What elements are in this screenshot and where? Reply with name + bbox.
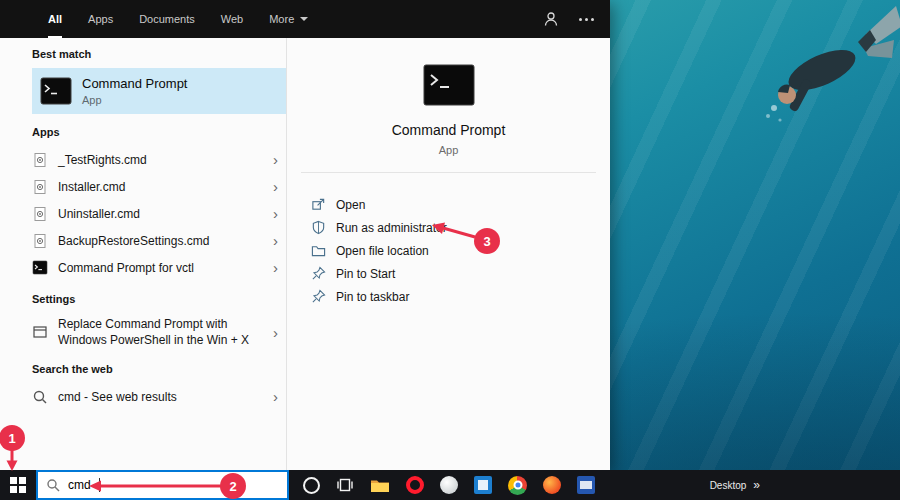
result-replace-cmd-powershell[interactable]: Replace Command Prompt with Windows Powe… xyxy=(32,313,286,351)
blue-window-app-icon[interactable] xyxy=(474,476,492,494)
search-icon xyxy=(46,478,60,492)
chevron-down-icon xyxy=(300,17,308,21)
tab-documents[interactable]: Documents xyxy=(139,0,195,38)
result-label: Command Prompt for vctl xyxy=(58,261,194,275)
best-match-text: Command Prompt App xyxy=(82,76,187,106)
best-match-result[interactable]: Command Prompt App xyxy=(32,68,286,114)
search-query-text: cmd xyxy=(68,478,91,492)
preview-pane: Command Prompt App Open xyxy=(286,38,610,470)
pin-icon xyxy=(311,289,326,304)
chevron-right-icon[interactable] xyxy=(273,152,278,167)
taskbar-app-icons xyxy=(303,476,595,495)
chevron-right-icon[interactable] xyxy=(273,206,278,221)
result-label: Replace Command Prompt with Windows Powe… xyxy=(58,316,256,348)
cmd-file-icon xyxy=(32,179,48,195)
action-run-as-administrator[interactable]: Run as administrator xyxy=(311,216,610,239)
opera-icon[interactable] xyxy=(406,476,424,494)
window-settings-icon xyxy=(32,324,48,340)
search-bar-actions xyxy=(543,0,610,38)
tab-more-label: More xyxy=(269,13,294,25)
pin-icon xyxy=(311,266,326,281)
tab-apps[interactable]: Apps xyxy=(88,0,113,38)
best-match-title: Command Prompt xyxy=(82,76,187,91)
taskbar-search-input[interactable]: cmd xyxy=(36,470,289,500)
windows-logo-icon xyxy=(10,477,26,493)
diver-figure xyxy=(670,0,900,175)
blue-app-icon[interactable] xyxy=(577,476,595,494)
tab-more[interactable]: More xyxy=(269,0,308,38)
command-prompt-icon xyxy=(32,260,48,275)
action-label: Pin to taskbar xyxy=(336,290,409,304)
result-command-prompt-vctl[interactable]: Command Prompt for vctl xyxy=(32,254,286,281)
folder-location-icon xyxy=(311,243,326,258)
cmd-file-icon xyxy=(32,233,48,249)
action-label: Open file location xyxy=(336,244,429,258)
search-content: Best match Command Prompt App Apps xyxy=(0,38,610,470)
action-open[interactable]: Open xyxy=(311,193,610,216)
result-label: Installer.cmd xyxy=(58,180,125,194)
tab-all[interactable]: All xyxy=(48,0,62,38)
result-uninstaller-cmd[interactable]: Uninstaller.cmd xyxy=(32,200,286,227)
screen: All Apps Documents Web More Best match xyxy=(0,0,900,500)
action-label: Pin to Start xyxy=(336,267,395,281)
result-backuprestoresettings-cmd[interactable]: BackupRestoreSettings.cmd xyxy=(32,227,286,254)
tab-web[interactable]: Web xyxy=(221,0,243,38)
result-label: BackupRestoreSettings.cmd xyxy=(58,234,209,248)
admin-shield-icon xyxy=(311,220,326,235)
orange-app-icon[interactable] xyxy=(543,476,561,494)
ellipsis-icon[interactable] xyxy=(579,18,594,21)
file-explorer-icon[interactable] xyxy=(370,477,390,493)
desktop-label: Desktop xyxy=(710,480,747,491)
section-header-settings: Settings xyxy=(32,289,286,313)
action-label: Run as administrator xyxy=(336,221,447,235)
action-pin-to-taskbar[interactable]: Pin to taskbar xyxy=(311,285,610,308)
result-installer-cmd[interactable]: Installer.cmd xyxy=(32,173,286,200)
light-app-icon[interactable] xyxy=(440,476,458,494)
section-header-apps: Apps xyxy=(32,122,286,146)
section-header-search-web: Search the web xyxy=(32,359,286,383)
chrome-icon[interactable] xyxy=(508,476,527,495)
cmd-file-icon xyxy=(32,206,48,222)
result-label: _TestRights.cmd xyxy=(58,153,147,167)
open-icon xyxy=(311,197,326,212)
preview-actions: Open Run as administrator Open fi xyxy=(287,193,610,308)
desktop-peek[interactable]: Desktop xyxy=(710,478,760,492)
search-icon xyxy=(32,389,48,405)
start-search-flyout: All Apps Documents Web More Best match xyxy=(0,0,610,470)
command-prompt-icon-large xyxy=(423,64,475,106)
action-label: Open xyxy=(336,198,365,212)
chevron-double-right-icon xyxy=(753,478,760,492)
preview-divider xyxy=(301,172,596,173)
chevron-right-icon[interactable] xyxy=(273,179,278,194)
result-label: cmd - See web results xyxy=(58,390,177,404)
chevron-right-icon[interactable] xyxy=(273,325,278,340)
text-cursor xyxy=(99,478,100,492)
search-filter-bar: All Apps Documents Web More xyxy=(0,0,610,38)
result-testrights-cmd[interactable]: _TestRights.cmd xyxy=(32,146,286,173)
account-icon[interactable] xyxy=(543,11,559,27)
preview-subtitle: App xyxy=(439,144,459,156)
preview-title: Command Prompt xyxy=(392,122,506,138)
start-button[interactable] xyxy=(0,470,36,500)
search-results-list: Best match Command Prompt App Apps xyxy=(0,38,286,470)
result-cmd-web-search[interactable]: cmd - See web results xyxy=(32,383,286,410)
chevron-right-icon[interactable] xyxy=(273,389,278,404)
taskbar: cmd xyxy=(0,470,900,500)
cmd-file-icon xyxy=(32,152,48,168)
result-label: Uninstaller.cmd xyxy=(58,207,140,221)
action-pin-to-start[interactable]: Pin to Start xyxy=(311,262,610,285)
chevron-right-icon[interactable] xyxy=(273,260,278,275)
action-open-file-location[interactable]: Open file location xyxy=(311,239,610,262)
chevron-right-icon[interactable] xyxy=(273,233,278,248)
cortana-icon[interactable] xyxy=(303,477,320,494)
best-match-subtitle: App xyxy=(82,94,187,106)
command-prompt-icon xyxy=(40,77,72,105)
task-view-icon[interactable] xyxy=(336,477,354,493)
section-header-best-match: Best match xyxy=(32,44,286,68)
